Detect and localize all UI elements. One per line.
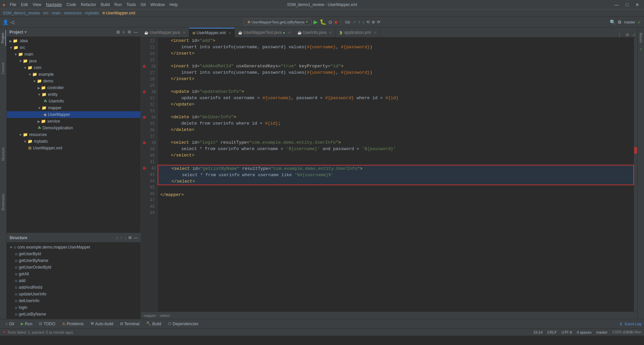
tab-close-userinfo[interactable]: ✕ [329,31,332,34]
editor-scroll-indicator[interactable] [634,38,637,312]
project-icon-1[interactable]: ⊞ [116,30,120,34]
git-branch-status[interactable]: master [596,330,608,334]
line-ending[interactable]: CRLF [547,330,557,334]
tree-item-demo[interactable]: ▼ 📁 demo [7,78,141,84]
menu-git[interactable]: Git [139,2,148,8]
menu-edit[interactable]: Edit [19,2,30,8]
event-log-label[interactable]: Event Log [625,322,641,326]
breadcrumb-item-0[interactable]: SSM_demo1_review [3,11,40,15]
tab-usermapper-xml[interactable]: ⊞ UserMapper.xml ✕ [189,28,235,37]
tab-usermapper-java[interactable]: ☕ UserMapper.java ✕ [141,28,189,37]
struct-icon-minus[interactable]: — [134,235,138,240]
tab-more[interactable]: ⋮ [615,32,624,37]
search-button[interactable]: 🔍 [610,19,615,25]
menu-code[interactable]: Code [64,2,78,8]
struct-item-4[interactable]: ⊙ add [7,277,141,284]
debug-button[interactable]: 🐛 [320,19,326,25]
struct-icon-2[interactable]: ↑ [120,235,122,240]
bottom-tab-run[interactable]: ▶ Run [18,321,35,327]
stop-button[interactable]: ■ [334,19,337,25]
struct-item-1[interactable]: ⊙ getUserByName [7,257,141,264]
tree-item-entity[interactable]: ▼ 📁 entity [7,91,141,98]
project-icon-minus[interactable]: — [134,30,138,34]
git-action-2[interactable]: ↓ [362,20,364,24]
encoding[interactable]: UTF-8 [561,330,572,334]
tree-item-usermapperxml[interactable]: ⊞ UserMapper.xml [7,145,141,151]
tree-item-example[interactable]: ▼ 📁 example [7,71,141,78]
tab-close-usermapper-xml[interactable]: ✕ [228,31,231,35]
struct-item-6[interactable]: ⊙ updateUserInfo [7,291,141,297]
menu-tools[interactable]: Tools [124,2,138,8]
sidebar-tab-project[interactable]: Project [0,30,6,46]
menu-build[interactable]: Build [99,2,112,8]
tab-close-usermapper-java[interactable]: ✕ [183,31,185,34]
editor-content[interactable]: 22 23 24 25 🐞 26 27 28 29 🐞 30 31 32 33 [141,38,637,312]
indent-info[interactable]: 4 spaces [577,330,592,334]
menu-navigate[interactable]: Navigate [44,2,64,8]
tree-item-mybatis[interactable]: ▼ 📁 mybatis [7,138,141,145]
settings-gear[interactable]: ⚙ [618,19,622,25]
tree-item-java[interactable]: ▼ 📁 java [7,58,141,64]
tree-item-com[interactable]: ▼ 📁 com [7,64,141,71]
sidebar-tab-structure[interactable]: Structure [1,145,6,164]
menu-view[interactable]: View [31,2,43,8]
breadcrumb-select[interactable]: select [160,314,170,318]
tree-item-service[interactable]: ▶ 📁 service [7,118,141,125]
coverage-button[interactable]: ⊙ [328,19,332,25]
tree-item-controller[interactable]: ▶ 📁 controller [7,84,141,91]
tree-item-mapper[interactable]: ▼ 📁 mapper [7,105,141,111]
cursor-position[interactable]: 15:14 [533,330,543,334]
bottom-tab-todo[interactable]: ☑ TODO [36,321,58,327]
menu-window[interactable]: Window [148,2,167,8]
run-button[interactable]: ▶ [314,19,318,25]
minimize-button[interactable]: — [612,1,621,8]
struct-icon-1[interactable]: ↕ [116,235,118,240]
bottom-tab-git[interactable]: ⑂ Git [3,321,17,327]
breadcrumb-item-3[interactable]: resources [64,11,82,15]
breadcrumb-item-4[interactable]: mybatis [85,11,99,15]
project-dropdown-icon[interactable]: ▾ [24,30,26,34]
tab-usermappertest-java[interactable]: ☕ UserMapperTest.java ● ✕ [235,28,294,37]
tree-item-idea[interactable]: ▶ 📁 .idea [7,38,141,44]
bottom-tab-terminal[interactable]: ⊟ Terminal [117,321,142,327]
git-action-1[interactable]: ↑ [358,20,360,24]
struct-icon-3[interactable]: ↓ [124,235,126,240]
tree-item-usermapper[interactable]: ◈ UserMapper [7,111,141,118]
tree-item-resources[interactable]: ▼ 📁 resources [7,131,141,138]
bottom-tab-build[interactable]: 🔨 Build [144,321,164,327]
struct-root[interactable]: ▼ ⊙ com.example.demo.mapper.UserMapper [7,244,141,251]
breadcrumb-item-2[interactable]: main [52,11,61,15]
project-icon-3[interactable]: ⚙ [127,30,131,34]
tree-item-demoapplication[interactable]: ☘ DemoApplication [7,125,141,131]
git-action-4[interactable]: ⊛ [372,20,375,24]
struct-item-0[interactable]: ⊙ getUserById [7,251,141,257]
struct-item-5[interactable]: ⊙ addAndRetId [7,284,141,291]
back-button[interactable]: ◁ [10,19,14,25]
tab-userinfo-java[interactable]: ☕ UserInfo.java ✕ [294,28,336,37]
struct-item-9[interactable]: ⊙ getListByName [7,311,141,318]
code-editor[interactable]: <insert id="add"> insert into userinfo(u… [158,38,634,312]
tab-close-application-yml[interactable]: ✕ [374,31,376,34]
menu-help[interactable]: Help [167,2,180,8]
tree-item-userinfo[interactable]: ☘ UserInfo [7,98,141,105]
struct-item-2[interactable]: ⊙ getUserOrderById [7,264,141,271]
tree-item-src[interactable]: ▼ 📁 src [7,44,141,51]
menu-refactor[interactable]: Refactor [79,2,98,8]
bottom-tab-autobuild[interactable]: ⚒ Auto-build [88,321,116,327]
struct-item-3[interactable]: ⊙ getAll [7,271,141,277]
tab-close-usermappertest[interactable]: ✕ [288,31,290,34]
breadcrumb-mapper[interactable]: mapper [144,314,156,318]
bottom-tab-problems[interactable]: ⚠ Problems [59,321,87,327]
struct-item-8[interactable]: ⊙ login [7,304,141,311]
close-button[interactable]: ✕ [633,1,641,8]
breadcrumb-item-1[interactable]: src [43,11,49,15]
menu-file[interactable]: File [8,2,18,8]
struct-icon-gear[interactable]: ⚙ [128,235,132,240]
struct-item-7[interactable]: ⊙ delUserInfo [7,297,141,304]
git-action-5[interactable]: ⟳ [377,20,380,24]
bottom-tab-dependencies[interactable]: ⬡ Dependencies [165,321,201,327]
tab-application-yml[interactable]: 🍃 application.yml ✕ [335,28,380,37]
maven-tab[interactable]: Maven [638,30,643,46]
maximize-button[interactable]: □ [624,1,631,8]
sidebar-tab-commit[interactable]: Commit [1,60,6,77]
